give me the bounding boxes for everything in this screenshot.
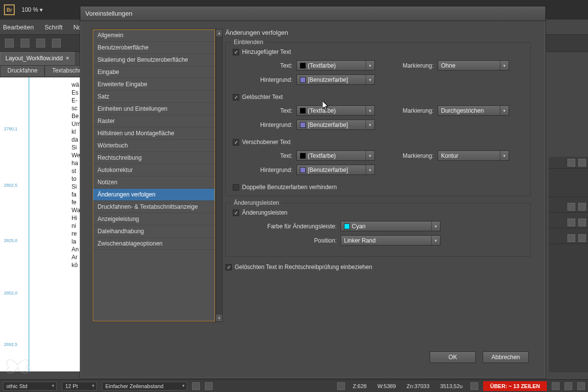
category-item[interactable]: Erweiterte Eingabe — [93, 78, 215, 91]
category-item[interactable]: Druckfahnen- & Textabschnittsanzeige — [93, 201, 215, 213]
moved-text-color-dropdown[interactable]: (Textfarbe)▾ — [296, 150, 375, 161]
panel-icon[interactable] — [567, 203, 575, 211]
status-leading-dropdown[interactable]: Einfacher Zeilenabstand — [102, 382, 187, 391]
category-item[interactable]: Eingabe — [93, 66, 215, 78]
menu-font[interactable]: Schrift — [45, 24, 63, 31]
added-text-color-dropdown[interactable]: (Textfarbe)▾ — [296, 60, 375, 71]
tool-icon[interactable] — [5, 39, 14, 48]
marking-label: Markierung: — [395, 152, 434, 159]
bar-color-label: Farbe für Änderungsleiste: — [243, 223, 337, 230]
chevron-down-icon: ▾ — [431, 221, 440, 231]
include-deleted-in-spellcheck-checkbox[interactable]: ✓ Gelöschten Text in Rechtschreibprüfung… — [225, 264, 531, 270]
category-item[interactable]: Notizen — [93, 176, 215, 189]
menu-edit[interactable]: Bearbeiten — [3, 24, 34, 31]
deleted-text-color-dropdown[interactable]: (Textfarbe)▾ — [296, 105, 375, 116]
ruler-mark: 2780,1 — [4, 126, 18, 131]
print-icon[interactable] — [52, 39, 61, 48]
category-list[interactable]: AllgemeinBenutzeroberflächeSkalierung de… — [92, 29, 216, 322]
category-item[interactable]: Raster — [93, 115, 215, 127]
color-swatch — [300, 153, 306, 159]
category-item[interactable]: Zwischenablageoptionen — [93, 238, 215, 250]
status-icon[interactable] — [337, 382, 345, 390]
checkbox-label: Hinzugefügter Text — [242, 49, 291, 55]
checkbox-label: Gelöschten Text in Rechtschreibprüfung e… — [235, 264, 372, 270]
category-item[interactable]: Rechtschreibung — [93, 152, 215, 164]
category-item[interactable]: Satz — [93, 91, 215, 103]
panel-icon[interactable] — [567, 234, 575, 242]
category-item[interactable]: Allgemein — [93, 29, 215, 42]
document-tab[interactable]: Layout_Workflow.indd × — [0, 52, 74, 65]
tool-icon[interactable] — [21, 39, 29, 48]
chevron-down-icon: ▾ — [431, 236, 440, 245]
scroll-track[interactable] — [216, 36, 222, 315]
category-item[interactable]: Wörterbuch — [93, 140, 215, 152]
dropdown-value: (Textfarbe) — [308, 107, 336, 114]
category-item[interactable]: Benutzeroberfläche — [93, 42, 215, 54]
text-label: Text: — [243, 152, 293, 159]
deleted-background-dropdown[interactable]: [Benutzerfarbe]▾ — [296, 120, 375, 130]
added-text-checkbox[interactable]: ✓ Hinzugefügter Text — [233, 49, 523, 55]
chevron-down-icon: ▾ — [366, 106, 374, 115]
dropdown-value: Durchgestrichen — [441, 107, 484, 114]
category-item[interactable]: Hilfslinien und Montagefläche — [93, 127, 215, 140]
panel-icon[interactable] — [578, 203, 586, 211]
status-icon[interactable] — [577, 382, 585, 390]
panel-icon[interactable] — [567, 159, 575, 167]
overset-indicator[interactable]: ÜBER: ~ 13 ZEILEN — [483, 381, 547, 391]
color-swatch — [300, 167, 306, 173]
status-icon[interactable] — [552, 382, 560, 390]
document-tab-label: Layout_Workflow.indd — [5, 55, 63, 62]
category-scrollbar[interactable]: ▴ ▾ — [216, 29, 222, 322]
dialog-titlebar[interactable]: Voreinstellungen — [80, 6, 545, 21]
checkbox-icon — [233, 184, 239, 191]
dropdown-value: Ohne — [441, 62, 455, 69]
panel-icon[interactable] — [578, 219, 586, 226]
deleted-text-checkbox[interactable]: ✓ Gelöschter Text — [233, 94, 523, 100]
scroll-up-icon[interactable]: ▴ — [216, 29, 222, 36]
category-item[interactable]: Einheiten und Einteilungen — [93, 103, 215, 115]
added-marking-dropdown[interactable]: Ohne▾ — [438, 60, 509, 71]
status-icon[interactable] — [205, 382, 213, 390]
change-bars-checkbox[interactable]: ✓ Änderungsleisten — [233, 209, 523, 216]
panel-icon[interactable] — [578, 234, 586, 242]
status-size-dropdown[interactable]: 12 Pt — [62, 382, 97, 391]
category-item[interactable]: Dateihandhabung — [93, 225, 215, 238]
cancel-button[interactable]: Abbrechen — [483, 351, 529, 363]
panel-icon[interactable] — [578, 159, 586, 167]
scroll-down-icon[interactable]: ▾ — [216, 315, 222, 321]
zoom-level[interactable]: 100 % ▾ — [22, 6, 43, 13]
prevent-duplicate-colors-checkbox[interactable]: Doppelte Benutzerfarben verhindern — [233, 184, 523, 191]
status-font-dropdown[interactable]: othic Std — [3, 382, 57, 391]
category-item[interactable]: Autokorrektur — [93, 164, 215, 176]
bar-color-dropdown[interactable]: Cyan▾ — [341, 221, 441, 231]
text-label: Text: — [243, 107, 293, 114]
category-item[interactable]: Anzeigeleistung — [93, 213, 215, 225]
document-ruler-area: 2780,1 2802,5 2825,0 2852,0 2892,5 — [0, 77, 83, 371]
added-background-dropdown[interactable]: [Benutzerfarbe]▾ — [296, 74, 375, 85]
mode-tab-galley[interactable]: Druckfahne — [0, 65, 45, 77]
content-heading: Änderungen verfolgen — [225, 29, 531, 36]
moved-marking-dropdown[interactable]: Kontur▾ — [438, 150, 509, 161]
moved-background-dropdown[interactable]: [Benutzerfarbe]▾ — [296, 165, 375, 175]
refresh-icon[interactable] — [564, 382, 572, 390]
status-icon[interactable] — [470, 382, 478, 390]
group-title: Änderungsleisten — [231, 199, 282, 206]
category-item[interactable]: Skalierung der Benutzeroberfläche — [93, 54, 215, 66]
bridge-icon[interactable]: Br — [4, 4, 15, 15]
bar-position-dropdown[interactable]: Linker Rand▾ — [341, 235, 441, 245]
background-label: Hintergrund: — [243, 122, 293, 128]
category-item[interactable]: Änderungen verfolgen — [93, 189, 215, 201]
checkbox-icon: ✓ — [233, 210, 239, 216]
close-icon[interactable]: × — [66, 55, 69, 62]
color-swatch — [300, 63, 306, 69]
color-swatch — [300, 77, 306, 83]
deleted-marking-dropdown[interactable]: Durchgestrichen▾ — [438, 105, 509, 116]
status-icon[interactable] — [192, 382, 200, 390]
moved-text-checkbox[interactable]: ✓ Verschobener Text — [233, 139, 523, 146]
dropdown-value: [Benutzerfarbe] — [308, 167, 348, 173]
checkbox-label: Doppelte Benutzerfarben verhindern — [242, 184, 337, 191]
ok-button[interactable]: OK — [430, 351, 476, 363]
tool-icon[interactable] — [36, 39, 45, 48]
panel-icon[interactable] — [567, 219, 575, 226]
dropdown-value: Linker Rand — [344, 237, 376, 244]
